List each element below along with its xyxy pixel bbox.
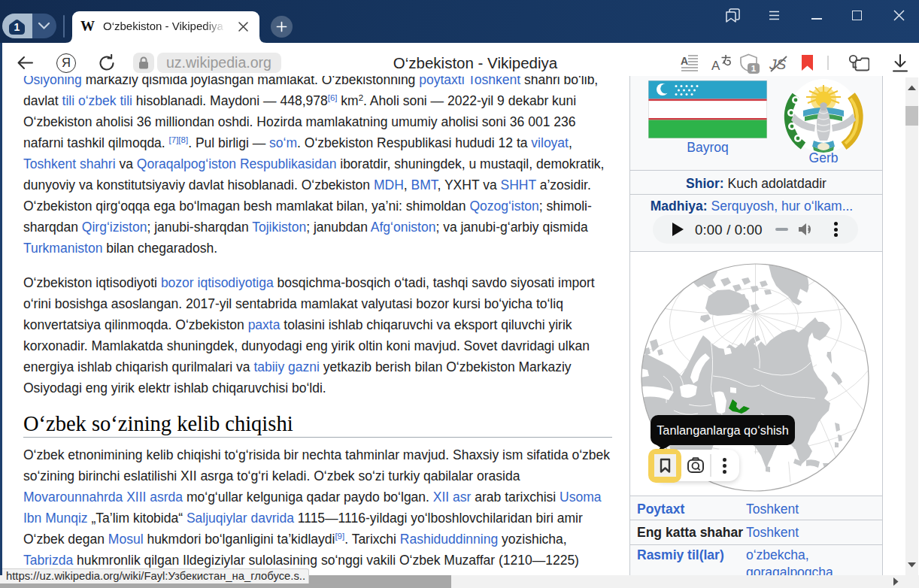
svg-text:1: 1 [14,21,20,33]
svg-text:A: A [711,59,720,72]
svg-text:1: 1 [751,64,757,73]
svg-text:A: A [681,55,688,67]
